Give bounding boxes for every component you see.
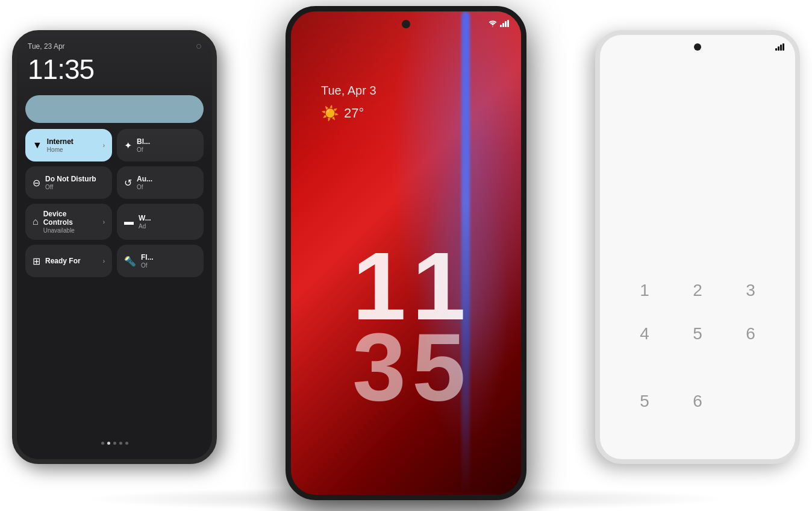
qs-device-controls-sub: Unavailable [43,227,98,234]
left-phone-fade [17,387,212,459]
qs-bluetooth-text: Bl... Of [137,137,196,153]
qs-device-controls-text: Device Controls Unavailable [43,210,98,234]
qs-wallet-label: W... [139,214,196,222]
center-date-weather: Tue, Apr 3 ☀️ 27° [321,84,376,122]
qs-internet-text: Internet Home [47,137,98,153]
ready-for-icon: ⊞ [33,256,40,267]
qs-device-controls-label: Device Controls [43,210,98,227]
qs-grid: ▼ Internet Home › ✦ Bl... Of [25,129,204,277]
keypad-key-6[interactable]: 6 [724,312,777,356]
center-date: Tue, Apr 3 [321,84,376,98]
page-dot-1 [101,442,104,445]
keypad-key-4[interactable]: 4 [618,312,671,356]
qs-tile-autorotate[interactable]: ↺ Au... Of [117,166,204,199]
center-time-minutes: 3 5 [291,324,521,410]
center-time: 1 1 3 5 [291,243,521,410]
qs-tile-wallet[interactable]: ▬ W... Ad [117,204,204,240]
wifi-icon [488,20,498,27]
left-date: Tue, 23 Apr [28,42,65,51]
page-dot-5 [125,442,128,445]
keypad-key-star[interactable]: 5 [618,380,671,423]
left-status-bar: Tue, 23 Apr [17,35,212,53]
qs-autorotate-text: Au... Of [137,175,196,190]
qs-bluetooth-sub: Of [137,146,196,153]
qs-tile-internet[interactable]: ▼ Internet Home › [25,129,112,161]
right-camera-cutout [694,43,701,51]
qs-internet-label: Internet [47,137,98,146]
page-dot-2 [107,442,110,445]
qs-internet-sub: Home [47,146,98,153]
qs-ready-for-text: Ready For [45,257,98,265]
qs-wallet-text: W... Ad [139,214,196,230]
autorotate-icon: ↺ [124,177,132,189]
qs-ready-for-chevron: › [103,258,105,265]
keypad-grid: 1 2 3 4 5 6 5 6 [618,269,777,423]
center-weather: ☀️ 27° [321,105,376,122]
right-phone: 1 2 3 4 5 6 5 6 [595,30,800,464]
wallet-icon: ▬ [124,216,134,227]
qs-search-bar[interactable] [25,95,204,123]
left-phone: Tue, 23 Apr 11:35 ▼ Internet Home [12,30,217,464]
right-phone-gloss [600,35,795,162]
qs-autorotate-sub: Of [137,184,196,190]
keypad-key-2[interactable]: 2 [671,269,724,312]
wifi-icon: ▼ [33,140,42,151]
qs-internet-chevron: › [103,142,105,149]
qs-flashlight-sub: Of [141,262,196,269]
left-phone-screen: Tue, 23 Apr 11:35 ▼ Internet Home [17,35,212,459]
center-phone-screen: Tue, Apr 3 ☀️ 27° 1 1 3 5 [291,11,521,495]
left-phone-power-button [215,155,217,198]
center-time-hours: 1 1 [291,243,521,330]
flashlight-icon: 🔦 [124,256,136,267]
dnd-icon: ⊖ [33,177,40,189]
center-phone: Tue, Apr 3 ☀️ 27° 1 1 3 5 [286,6,526,500]
qs-tile-dnd[interactable]: ⊖ Do Not Disturb Off [25,166,112,199]
left-time: 11:35 [17,53,212,95]
scene: Tue, 23 Apr 11:35 ▼ Internet Home [0,0,812,511]
keypad-key-0[interactable]: 6 [671,380,724,423]
keypad-area: 1 2 3 4 5 6 5 6 [600,269,795,423]
right-phone-screen: 1 2 3 4 5 6 5 6 [600,35,795,459]
page-dots [17,442,212,445]
signal-bars [500,20,509,27]
page-dot-3 [113,442,116,445]
center-min-1: 3 [352,324,400,410]
qs-bluetooth-label: Bl... [137,137,196,146]
center-status-icons [488,20,509,27]
weather-icon: ☀️ [321,105,339,122]
center-min-2: 5 [412,324,460,410]
qs-tile-ready-for[interactable]: ⊞ Ready For › [25,245,112,277]
qs-dnd-text: Do Not Disturb Off [45,175,105,190]
right-signal [775,43,784,51]
quick-settings-area: ▼ Internet Home › ✦ Bl... Of [17,95,212,277]
qs-tile-flashlight[interactable]: 🔦 Fl... Of [117,245,204,277]
device-controls-icon: ⌂ [33,216,39,227]
keypad-key-5[interactable]: 5 [671,312,724,356]
qs-flashlight-label: Fl... [141,253,196,262]
left-camera-dot [196,44,201,49]
qs-dnd-label: Do Not Disturb [45,175,105,183]
center-temperature: 27° [344,105,364,121]
page-dot-4 [119,442,122,445]
bluetooth-icon: ✦ [124,140,132,151]
qs-wallet-sub: Ad [139,223,196,230]
qs-dnd-sub: Off [45,184,105,190]
qs-flashlight-text: Fl... Of [141,253,196,269]
keypad-key-1[interactable]: 1 [618,269,671,312]
center-camera-cutout [402,20,410,28]
qs-tile-bluetooth[interactable]: ✦ Bl... Of [117,129,204,161]
qs-autorotate-label: Au... [137,175,196,183]
keypad-key-3[interactable]: 3 [724,269,777,312]
qs-ready-for-label: Ready For [45,257,98,265]
qs-tile-device-controls[interactable]: ⌂ Device Controls Unavailable › [25,204,112,240]
qs-device-controls-chevron: › [103,219,105,225]
